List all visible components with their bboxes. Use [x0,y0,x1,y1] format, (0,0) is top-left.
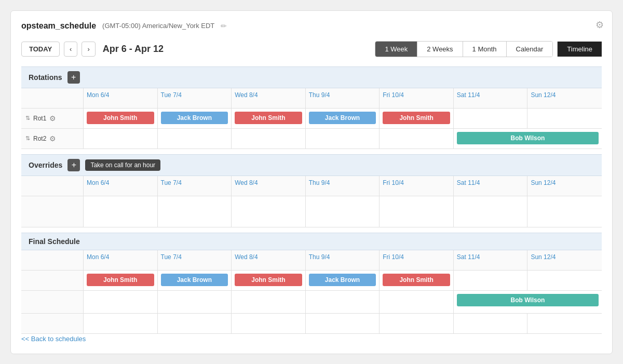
final-schedule-section-header: Final Schedule [21,233,602,250]
view-timeline-button[interactable]: Timeline [557,42,602,57]
ov-tue-empty [158,196,232,227]
rot1-mon[interactable]: John Smith [84,109,158,128]
rot1-thu-shift[interactable]: Jack Brown [309,112,376,124]
final2-sat-sun[interactable]: Bob Wilson [454,291,602,313]
overrides-add-button[interactable]: + [67,159,80,171]
ov-thu-empty [306,196,380,227]
final3-thu [306,314,380,333]
rot1-wed-shift[interactable]: John Smith [235,112,302,124]
rot2-sort-icon: ⇅ [25,135,30,142]
ov-fri-empty [380,196,454,227]
rot1-fri[interactable]: John Smith [380,109,454,128]
ov-sat-empty [454,196,528,227]
rot2-mon [84,129,158,149]
view-1month-button[interactable]: 1 Month [463,42,507,57]
final-row2-spacer [21,291,84,313]
fs-day-thu: Thu 9/4 [306,250,380,270]
final-fri[interactable]: John Smith [380,271,454,290]
rot2-bob-wilson-shift[interactable]: Bob Wilson [457,132,599,144]
schedule-name: opsteam_schedule [21,21,96,31]
final-mon-shift[interactable]: John Smith [87,274,154,286]
rot2-tue [158,129,232,149]
final-wed[interactable]: John Smith [232,271,306,290]
final-sat [454,271,528,290]
rot1-thu[interactable]: Jack Brown [306,109,380,128]
view-calendar-button[interactable]: Calendar [507,42,553,57]
main-container: ⚙ opsteam_schedule (GMT-05:00) America/N… [10,10,613,354]
fs-day-sun: Sun 12/4 [527,250,602,270]
ov-sun-empty [527,196,602,227]
rot1-tue-shift[interactable]: Jack Brown [161,112,228,124]
rot1-fri-shift[interactable]: John Smith [383,112,450,124]
ov-day-wed: Wed 8/4 [232,176,306,196]
rot1-mon-shift[interactable]: John Smith [87,112,154,124]
rot2-sat-sun[interactable]: Bob Wilson [454,129,602,149]
rot-day-fri: Fri 10/4 [380,88,454,108]
final-wed-shift[interactable]: John Smith [235,274,302,286]
rot1-sun [527,109,602,128]
rot1-wed[interactable]: John Smith [232,109,306,128]
final-thu[interactable]: Jack Brown [306,271,380,290]
final-day-header-row: Mon 6/4 Tue 7/4 Wed 8/4 Thu 9/4 Fri 10/4… [21,250,602,271]
rotations-title: Rotations [29,73,62,82]
final2-wed [232,291,306,313]
overrides-title: Overrides [29,161,62,169]
final-schedule-title: Final Schedule [29,237,80,246]
rot1-label-cell: ⇅ Rot1 ⚙ [21,109,84,128]
toolbar: TODAY ‹ › Apr 6 - Apr 12 1 Week 2 Weeks … [21,41,602,57]
final-label-spacer [21,250,84,270]
rotations-label-spacer [21,88,84,108]
final-mon[interactable]: John Smith [84,271,158,290]
overrides-label-spacer [21,176,84,196]
rot-day-mon: Mon 6/4 [84,88,158,108]
final2-fri [380,291,454,313]
rot1-gear-icon[interactable]: ⚙ [49,114,56,123]
final-tue[interactable]: Jack Brown [158,271,232,290]
prev-button[interactable]: ‹ [64,42,77,57]
rotations-add-button[interactable]: + [67,71,80,84]
overrides-day-header-row: Mon 6/4 Tue 7/4 Wed 8/4 Thu 9/4 Fri 10/4… [21,176,602,196]
next-button[interactable]: › [82,42,95,57]
final3-sat [454,314,528,333]
ov-wed-empty [232,196,306,227]
back-to-schedules-link[interactable]: << Back to schedules [21,335,86,343]
rot1-tue[interactable]: Jack Brown [158,109,232,128]
ov-mon-empty [84,196,158,227]
settings-gear-icon[interactable]: ⚙ [595,19,604,31]
rot-day-tue: Tue 7/4 [158,88,232,108]
view-2weeks-button[interactable]: 2 Weeks [417,42,463,57]
rotations-section-header: Rotations + [21,66,602,88]
edit-icon[interactable]: ✏ [221,22,227,30]
final-row1-spacer [21,271,84,290]
fs-day-fri: Fri 10/4 [380,250,454,270]
rotations-day-header-row: Mon 6/4 Tue 7/4 Wed 8/4 Thu 9/4 Fri 10/4… [21,88,602,109]
final2-tue [158,291,232,313]
ov-day-sun: Sun 12/4 [527,176,602,196]
rot1-row: ⇅ Rot1 ⚙ John Smith Jack Brown John Smit… [21,109,602,129]
date-range: Apr 6 - Apr 12 [103,44,164,55]
rot-day-thu: Thu 9/4 [306,88,380,108]
overrides-row-spacer [21,196,84,227]
final2-mon [84,291,158,313]
final2-bob-wilson-shift[interactable]: Bob Wilson [457,294,599,306]
final3-sun [527,314,602,333]
rot1-sort-icon: ⇅ [25,115,30,122]
view-toggle-group: 1 Week 2 Weeks 1 Month Calendar [375,41,553,57]
rot2-wed [232,129,306,149]
final-thu-shift[interactable]: Jack Brown [309,274,376,286]
ov-day-tue: Tue 7/4 [158,176,232,196]
rot2-gear-icon[interactable]: ⚙ [49,134,56,143]
header: opsteam_schedule (GMT-05:00) America/New… [21,21,602,31]
final-tue-shift[interactable]: Jack Brown [161,274,228,286]
rot2-row: ⇅ Rot2 ⚙ Bob Wilson [21,129,602,149]
final3-wed [232,314,306,333]
final-row3-empty [21,314,602,334]
ov-day-fri: Fri 10/4 [380,176,454,196]
final-fri-shift[interactable]: John Smith [383,274,450,286]
final3-tue [158,314,232,333]
view-1week-button[interactable]: 1 Week [375,42,417,57]
today-button[interactable]: TODAY [21,42,60,57]
ov-day-sat: Sat 11/4 [454,176,528,196]
final-row3-spacer [21,314,84,333]
overrides-empty-row [21,196,602,227]
